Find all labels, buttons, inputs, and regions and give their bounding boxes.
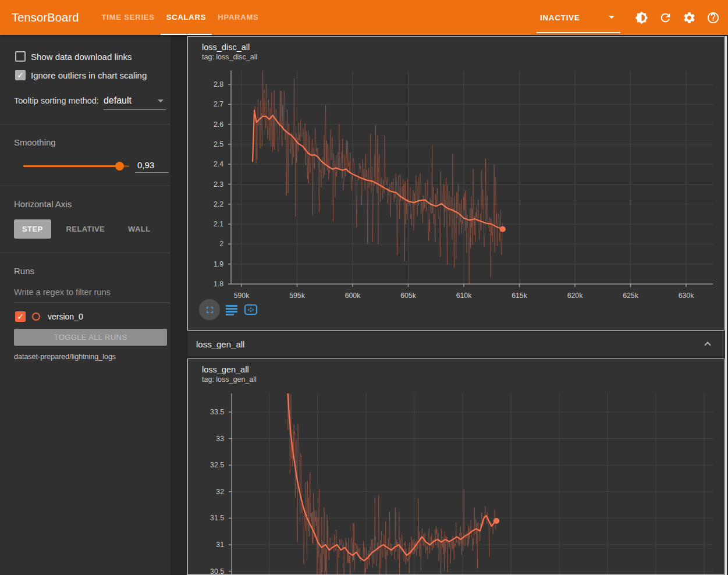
run-color-radio[interactable] <box>32 313 40 321</box>
dropdown-underline <box>537 32 620 33</box>
axis-wall-button[interactable]: WALL <box>120 219 158 239</box>
runs-label: Runs <box>14 266 171 276</box>
status-label: INACTIVE <box>540 13 580 22</box>
chart-tag-label: tag: loss_disc_all <box>202 53 257 61</box>
chevron-up-icon[interactable] <box>702 339 713 349</box>
show-download-links-row[interactable]: ✓ Show data download links <box>15 51 171 62</box>
tooltip-sorting-label: Tooltip sorting method: <box>14 96 99 105</box>
svg-text:615k: 615k <box>512 292 528 300</box>
svg-text:33.5: 33.5 <box>210 408 224 416</box>
chart-toolbar <box>199 299 258 321</box>
tab-hparams[interactable]: HPARAMS <box>212 0 264 35</box>
divider <box>0 253 171 253</box>
tooltip-sorting-value: default <box>104 95 132 105</box>
tooltip-sorting-row: Tooltip sorting method: default <box>14 95 171 110</box>
run-checkbox[interactable]: ✓ <box>15 311 26 322</box>
smoothing-slider[interactable] <box>23 165 129 167</box>
svg-text:30.5: 30.5 <box>210 567 224 574</box>
axis-relative-button[interactable]: RELATIVE <box>58 219 113 239</box>
chart-header: loss_disc_all tag: loss_disc_all <box>202 42 257 61</box>
chart-title: loss_gen_all <box>202 365 257 374</box>
svg-text:33: 33 <box>216 435 224 443</box>
fit-domain-icon[interactable] <box>244 303 258 317</box>
log-directory-label: dataset-prepared/lightning_logs <box>14 353 171 361</box>
divider <box>0 124 171 125</box>
svg-text:31.5: 31.5 <box>210 514 224 522</box>
svg-text:2.1: 2.1 <box>214 220 223 228</box>
runs-filter-input[interactable] <box>14 288 170 303</box>
tooltip-sorting-select[interactable]: default <box>104 95 166 110</box>
settings-sidebar: ✓ Show data download links ✓ Ignore outl… <box>0 35 171 575</box>
horizontal-axis-buttons: STEP RELATIVE WALL <box>14 219 171 239</box>
settings-gear-icon[interactable] <box>677 6 701 29</box>
section-title: loss_gen_all <box>196 339 244 349</box>
chart-card-loss-gen-all: loss_gen_all tag: loss_gen_all 33.53332.… <box>187 359 725 575</box>
svg-text:2.7: 2.7 <box>214 100 223 108</box>
chevron-down-icon <box>158 100 164 102</box>
run-name: version_0 <box>48 312 83 321</box>
svg-text:595k: 595k <box>289 292 306 300</box>
svg-text:2: 2 <box>219 240 223 248</box>
show-download-links-label: Show data download links <box>31 52 132 62</box>
svg-text:2.8: 2.8 <box>214 80 223 88</box>
chart-card-loss-disc-all: loss_disc_all tag: loss_disc_all 2.82.72… <box>187 36 725 331</box>
fullscreen-icon[interactable] <box>199 299 220 320</box>
divider <box>0 186 171 186</box>
svg-text:32: 32 <box>216 488 224 496</box>
chevron-down-icon <box>609 16 615 19</box>
svg-text:2.3: 2.3 <box>214 180 223 189</box>
smoothing-value-input[interactable] <box>135 159 169 173</box>
loss-disc-all-plot[interactable]: 2.82.72.62.52.42.32.22.121.91.8590k595k6… <box>188 37 724 332</box>
topbar-icon-group <box>630 6 725 29</box>
section-header-loss-gen-all[interactable]: loss_gen_all <box>187 332 725 356</box>
help-icon[interactable] <box>701 6 725 29</box>
app-logo: TensorBoard <box>12 11 79 24</box>
svg-text:625k: 625k <box>623 292 639 300</box>
smoothing-slider-row <box>23 160 171 172</box>
smoothing-label: Smoothing <box>14 137 171 147</box>
smoothing-slider-thumb[interactable] <box>115 162 124 171</box>
main-tabs: TIME SERIES SCALARS HPARAMS <box>96 0 265 35</box>
svg-text:1.8: 1.8 <box>214 280 223 288</box>
tab-time-series[interactable]: TIME SERIES <box>96 0 161 35</box>
chart-header: loss_gen_all tag: loss_gen_all <box>202 365 257 384</box>
svg-text:2.6: 2.6 <box>214 120 223 129</box>
vertical-scrollbar[interactable] <box>725 36 727 575</box>
reload-status-dropdown[interactable]: INACTIVE <box>537 0 620 35</box>
smoothing-slider-fill <box>23 165 119 167</box>
svg-text:32.5: 32.5 <box>210 461 224 469</box>
brightness-icon[interactable] <box>630 6 653 29</box>
svg-text:2.2: 2.2 <box>214 200 223 208</box>
svg-text:620k: 620k <box>567 292 584 300</box>
svg-text:2.5: 2.5 <box>214 140 223 148</box>
svg-text:31: 31 <box>216 541 224 549</box>
ignore-outliers-checkbox[interactable]: ✓ <box>15 70 26 80</box>
ignore-outliers-label: Ignore outliers in chart scaling <box>31 70 147 80</box>
svg-text:610k: 610k <box>456 292 473 300</box>
axis-step-button[interactable]: STEP <box>14 219 51 239</box>
svg-text:630k: 630k <box>679 292 695 300</box>
chart-tag-label: tag: loss_gen_all <box>202 375 257 384</box>
svg-text:605k: 605k <box>400 292 417 300</box>
svg-text:600k: 600k <box>345 292 361 300</box>
show-download-links-checkbox[interactable]: ✓ <box>15 51 26 62</box>
app-header: TensorBoard TIME SERIES SCALARS HPARAMS … <box>0 0 728 35</box>
svg-text:1.9: 1.9 <box>214 260 223 268</box>
svg-text:2.4: 2.4 <box>214 160 223 168</box>
data-table-icon[interactable] <box>225 303 239 317</box>
tab-scalars[interactable]: SCALARS <box>161 0 212 35</box>
horizontal-axis-label: Horizontal Axis <box>14 199 171 209</box>
toggle-all-runs-button[interactable]: TOGGLE ALL RUNS <box>14 329 167 346</box>
loss-gen-all-plot[interactable]: 33.53332.53231.53130.5 <box>188 359 724 575</box>
chart-title: loss_disc_all <box>202 42 257 52</box>
refresh-icon[interactable] <box>654 6 677 29</box>
ignore-outliers-row[interactable]: ✓ Ignore outliers in chart scaling <box>15 70 171 80</box>
run-row-version-0[interactable]: ✓ version_0 <box>15 311 171 322</box>
